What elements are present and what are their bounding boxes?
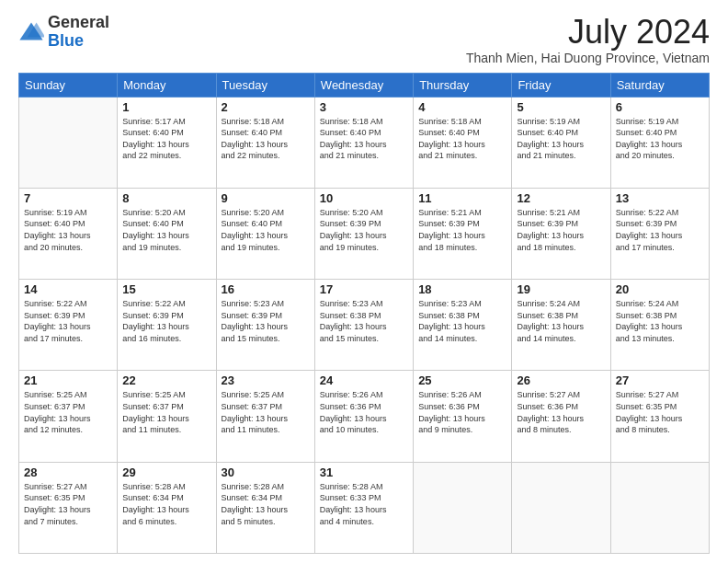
calendar-cell: 2Sunrise: 5:18 AM Sunset: 6:40 PM Daylig…: [216, 97, 314, 188]
calendar-cell: 1Sunrise: 5:17 AM Sunset: 6:40 PM Daylig…: [118, 97, 216, 188]
calendar-cell: 16Sunrise: 5:23 AM Sunset: 6:39 PM Dayli…: [216, 280, 314, 371]
day-info: Sunrise: 5:18 AM Sunset: 6:40 PM Dayligh…: [320, 116, 408, 162]
calendar-cell: 12Sunrise: 5:21 AM Sunset: 6:39 PM Dayli…: [512, 188, 610, 279]
day-info: Sunrise: 5:26 AM Sunset: 6:36 PM Dayligh…: [418, 389, 506, 435]
calendar-cell: [414, 462, 512, 553]
day-number: 13: [616, 191, 704, 205]
col-thursday: Thursday: [414, 73, 512, 97]
calendar-cell: 30Sunrise: 5:28 AM Sunset: 6:34 PM Dayli…: [216, 462, 314, 553]
month-title: July 2024: [466, 14, 710, 51]
logo-text: General Blue: [48, 14, 109, 51]
calendar-cell: 4Sunrise: 5:18 AM Sunset: 6:40 PM Daylig…: [414, 97, 512, 188]
day-info: Sunrise: 5:28 AM Sunset: 6:33 PM Dayligh…: [320, 481, 408, 527]
day-info: Sunrise: 5:28 AM Sunset: 6:34 PM Dayligh…: [222, 481, 310, 527]
day-info: Sunrise: 5:17 AM Sunset: 6:40 PM Dayligh…: [122, 116, 210, 162]
day-info: Sunrise: 5:22 AM Sunset: 6:39 PM Dayligh…: [24, 298, 112, 344]
day-info: Sunrise: 5:24 AM Sunset: 6:38 PM Dayligh…: [517, 298, 605, 344]
day-info: Sunrise: 5:19 AM Sunset: 6:40 PM Dayligh…: [616, 116, 704, 162]
day-number: 1: [122, 100, 210, 114]
day-number: 4: [418, 100, 506, 114]
calendar-cell: 28Sunrise: 5:27 AM Sunset: 6:35 PM Dayli…: [19, 462, 118, 553]
day-info: Sunrise: 5:19 AM Sunset: 6:40 PM Dayligh…: [517, 116, 605, 162]
calendar-cell: [610, 462, 709, 553]
col-saturday: Saturday: [610, 73, 709, 97]
day-number: 11: [418, 191, 506, 205]
calendar-cell: 13Sunrise: 5:22 AM Sunset: 6:39 PM Dayli…: [610, 188, 709, 279]
calendar-cell: 27Sunrise: 5:27 AM Sunset: 6:35 PM Dayli…: [610, 371, 709, 462]
calendar-cell: [19, 97, 118, 188]
day-info: Sunrise: 5:25 AM Sunset: 6:37 PM Dayligh…: [24, 389, 112, 435]
day-number: 10: [320, 191, 408, 205]
col-tuesday: Tuesday: [216, 73, 314, 97]
day-number: 16: [222, 282, 310, 296]
calendar-cell: 21Sunrise: 5:25 AM Sunset: 6:37 PM Dayli…: [19, 371, 118, 462]
day-info: Sunrise: 5:21 AM Sunset: 6:39 PM Dayligh…: [418, 207, 506, 253]
calendar-cell: 24Sunrise: 5:26 AM Sunset: 6:36 PM Dayli…: [314, 371, 413, 462]
day-number: 25: [418, 373, 506, 387]
day-number: 20: [616, 282, 704, 296]
day-info: Sunrise: 5:25 AM Sunset: 6:37 PM Dayligh…: [122, 389, 210, 435]
day-number: 28: [24, 465, 112, 479]
day-number: 26: [517, 373, 605, 387]
day-number: 27: [616, 373, 704, 387]
day-info: Sunrise: 5:25 AM Sunset: 6:37 PM Dayligh…: [222, 389, 310, 435]
calendar-week-3: 14Sunrise: 5:22 AM Sunset: 6:39 PM Dayli…: [19, 280, 710, 371]
calendar-cell: 8Sunrise: 5:20 AM Sunset: 6:40 PM Daylig…: [118, 188, 216, 279]
day-info: Sunrise: 5:27 AM Sunset: 6:36 PM Dayligh…: [517, 389, 605, 435]
page: General Blue July 2024 Thanh Mien, Hai D…: [0, 0, 728, 563]
calendar-cell: 7Sunrise: 5:19 AM Sunset: 6:40 PM Daylig…: [19, 188, 118, 279]
day-info: Sunrise: 5:27 AM Sunset: 6:35 PM Dayligh…: [24, 481, 112, 527]
day-info: Sunrise: 5:19 AM Sunset: 6:40 PM Dayligh…: [24, 207, 112, 253]
day-number: 12: [517, 191, 605, 205]
day-number: 31: [320, 465, 408, 479]
calendar-cell: 15Sunrise: 5:22 AM Sunset: 6:39 PM Dayli…: [118, 280, 216, 371]
calendar-cell: 18Sunrise: 5:23 AM Sunset: 6:38 PM Dayli…: [414, 280, 512, 371]
location-subtitle: Thanh Mien, Hai Duong Province, Vietnam: [466, 51, 710, 65]
day-info: Sunrise: 5:23 AM Sunset: 6:39 PM Dayligh…: [222, 298, 310, 344]
day-number: 30: [222, 465, 310, 479]
title-section: July 2024 Thanh Mien, Hai Duong Province…: [466, 14, 710, 65]
calendar-cell: 23Sunrise: 5:25 AM Sunset: 6:37 PM Dayli…: [216, 371, 314, 462]
calendar-cell: 20Sunrise: 5:24 AM Sunset: 6:38 PM Dayli…: [610, 280, 709, 371]
header: General Blue July 2024 Thanh Mien, Hai D…: [18, 14, 710, 65]
day-info: Sunrise: 5:27 AM Sunset: 6:35 PM Dayligh…: [616, 389, 704, 435]
day-number: 18: [418, 282, 506, 296]
logo-icon: [18, 19, 44, 45]
day-info: Sunrise: 5:23 AM Sunset: 6:38 PM Dayligh…: [418, 298, 506, 344]
col-wednesday: Wednesday: [314, 73, 413, 97]
day-number: 22: [122, 373, 210, 387]
day-number: 21: [24, 373, 112, 387]
calendar-week-4: 21Sunrise: 5:25 AM Sunset: 6:37 PM Dayli…: [19, 371, 710, 462]
calendar-cell: 10Sunrise: 5:20 AM Sunset: 6:39 PM Dayli…: [314, 188, 413, 279]
calendar-cell: 22Sunrise: 5:25 AM Sunset: 6:37 PM Dayli…: [118, 371, 216, 462]
day-number: 23: [222, 373, 310, 387]
col-friday: Friday: [512, 73, 610, 97]
calendar-week-5: 28Sunrise: 5:27 AM Sunset: 6:35 PM Dayli…: [19, 462, 710, 553]
calendar-table: Sunday Monday Tuesday Wednesday Thursday…: [18, 73, 710, 554]
day-info: Sunrise: 5:21 AM Sunset: 6:39 PM Dayligh…: [517, 207, 605, 253]
calendar-cell: 25Sunrise: 5:26 AM Sunset: 6:36 PM Dayli…: [414, 371, 512, 462]
calendar-cell: [512, 462, 610, 553]
day-number: 3: [320, 100, 408, 114]
calendar-cell: 31Sunrise: 5:28 AM Sunset: 6:33 PM Dayli…: [314, 462, 413, 553]
col-monday: Monday: [118, 73, 216, 97]
day-info: Sunrise: 5:28 AM Sunset: 6:34 PM Dayligh…: [122, 481, 210, 527]
day-number: 9: [222, 191, 310, 205]
day-number: 19: [517, 282, 605, 296]
day-number: 6: [616, 100, 704, 114]
logo: General Blue: [18, 14, 109, 51]
day-info: Sunrise: 5:20 AM Sunset: 6:40 PM Dayligh…: [122, 207, 210, 253]
day-number: 24: [320, 373, 408, 387]
day-info: Sunrise: 5:26 AM Sunset: 6:36 PM Dayligh…: [320, 389, 408, 435]
day-number: 2: [222, 100, 310, 114]
day-number: 7: [24, 191, 112, 205]
day-number: 17: [320, 282, 408, 296]
calendar-cell: 6Sunrise: 5:19 AM Sunset: 6:40 PM Daylig…: [610, 97, 709, 188]
day-number: 8: [122, 191, 210, 205]
day-number: 14: [24, 282, 112, 296]
day-info: Sunrise: 5:23 AM Sunset: 6:38 PM Dayligh…: [320, 298, 408, 344]
calendar-cell: 14Sunrise: 5:22 AM Sunset: 6:39 PM Dayli…: [19, 280, 118, 371]
day-info: Sunrise: 5:22 AM Sunset: 6:39 PM Dayligh…: [122, 298, 210, 344]
day-info: Sunrise: 5:20 AM Sunset: 6:39 PM Dayligh…: [320, 207, 408, 253]
calendar-cell: 17Sunrise: 5:23 AM Sunset: 6:38 PM Dayli…: [314, 280, 413, 371]
